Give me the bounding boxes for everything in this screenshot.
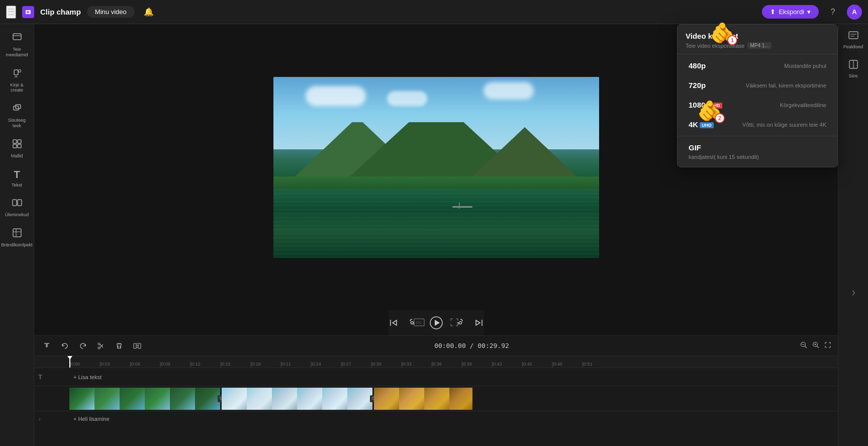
quality-gif-item[interactable]: GIF kandjatest( kuni 15 sekundit) [681, 138, 834, 166]
quality-4k-left: 4KUHD [689, 120, 714, 129]
ruler-mark-1: |0:03 [100, 362, 130, 368]
quality-720p-item[interactable]: 720p Väiksem fail, kiirem eksportimine [681, 76, 834, 95]
video-segment-3[interactable] [374, 388, 472, 410]
video-segment-2[interactable] [222, 388, 372, 410]
audio-track-label: ♪ [34, 416, 69, 422]
quality-480p-item[interactable]: 480p Mustandite puhul [681, 56, 834, 75]
ruler-mark-5: |0:15 [220, 362, 250, 368]
format-badge: MP4 1... [747, 42, 771, 49]
expand-timeline-button[interactable] [824, 341, 832, 350]
ruler-mark-0: |0:00 [69, 362, 100, 368]
magnet-tool-button[interactable] [40, 339, 53, 352]
quality-gif-label: GIF [689, 143, 701, 152]
dropdown-subtitle-text: Teie video ekspordikase [686, 43, 744, 49]
avatar[interactable]: A [847, 5, 862, 20]
add-audio-button[interactable]: + Heli lisamine [73, 416, 110, 422]
transitions-icon [12, 198, 22, 210]
redo-button[interactable] [76, 339, 89, 352]
svg-rect-12 [13, 200, 17, 206]
app-title: Clip champ [40, 8, 81, 16]
thumb-6 [195, 388, 220, 410]
thumb-11 [322, 388, 347, 410]
sidebar-item-templates[interactable]: Mallid [2, 135, 32, 163]
project-name[interactable]: Minu video [87, 6, 135, 18]
skip-forward-button[interactable] [474, 318, 484, 328]
sidebar-item-transitions-label: Üleminekud [5, 212, 29, 218]
video-track-row: ⧉ ⧉ [34, 386, 838, 411]
ruler-mark-10: |0:30 [371, 362, 401, 368]
skip-back-button[interactable] [389, 318, 399, 328]
text-icon: T [14, 169, 20, 181]
sidebar-item-record[interactable]: Kirje & create [2, 64, 32, 98]
sidebar-item-text[interactable]: T Tekst [2, 165, 32, 192]
video-segment-1[interactable] [69, 388, 220, 410]
sidebar-item-brand[interactable]: Brändikomlpekt [2, 224, 32, 252]
help-button[interactable]: ? [825, 4, 841, 20]
app-logo [22, 6, 34, 18]
quality-1080p-label: 1080pHD [689, 101, 722, 109]
right-sidebar-collapse-button[interactable]: ❯ [848, 285, 858, 300]
quality-720p-left: 720p [689, 81, 706, 90]
timeline-zoom-controls [800, 341, 832, 350]
right-sidebar-item-captions[interactable]: Pealdised [840, 28, 866, 52]
svg-point-21 [98, 347, 100, 349]
svg-rect-4 [14, 70, 18, 75]
svg-rect-24 [138, 343, 141, 348]
split-button[interactable] [131, 339, 144, 352]
thumb-7 [222, 388, 247, 410]
quality-1080p-item[interactable]: 1080pHD Kõrgekvaliteediline [681, 96, 834, 114]
ruler-mark-2: |0:06 [130, 362, 160, 368]
cut-button[interactable] [94, 339, 108, 352]
svg-marker-19 [435, 320, 440, 326]
cc-button[interactable]: CC [414, 318, 425, 328]
thumb-3 [120, 388, 145, 410]
add-text-label: + Lisa tekst [73, 374, 102, 380]
notification-icon-button[interactable]: 🔔 [141, 4, 157, 20]
undo-button[interactable] [58, 339, 71, 352]
ruler-mark-9: |0:27 [341, 362, 371, 368]
export-dropdown: Video kvaliteet Teie video ekspordikase … [677, 24, 838, 167]
sidebar-item-content[interactable]: Sisuteeg teek [2, 99, 32, 133]
svg-rect-13 [18, 200, 22, 206]
svg-rect-3 [13, 34, 21, 40]
export-button[interactable]: ⬆ Ekspordi ▾ [762, 5, 819, 19]
ruler-mark-12: |0:36 [431, 362, 461, 368]
export-arrow-icon: ▾ [807, 8, 811, 16]
media-icon [12, 32, 22, 45]
playhead-triangle [67, 356, 72, 360]
thumb-15 [424, 388, 449, 410]
hamburger-menu-button[interactable]: ☰ [6, 6, 16, 19]
right-sidebar-item-trim[interactable]: Siire [840, 56, 866, 81]
sidebar-item-media-label: Teie meediamid [4, 47, 30, 58]
ruler-mark-4: |0:12 [190, 362, 220, 368]
playhead [69, 356, 70, 368]
fullscreen-button[interactable] [450, 318, 459, 328]
uhd-badge: UHD [700, 122, 714, 128]
right-sidebar: Pealdised Siire ❯ [838, 24, 868, 446]
sidebar-item-transitions[interactable]: Üleminekud [2, 194, 32, 222]
ruler-mark-3: |0:09 [160, 362, 190, 368]
zoom-out-button[interactable] [800, 341, 808, 350]
thumb-10 [297, 388, 322, 410]
timeline-toolbar: 00:00.00 / 00:29.92 [34, 336, 838, 356]
sidebar-item-content-label: Sisuteeg teek [4, 118, 30, 129]
svg-rect-14 [13, 229, 21, 237]
upload-icon: ⬆ [770, 8, 776, 16]
thumb-4 [145, 388, 170, 410]
delete-button[interactable] [113, 339, 126, 352]
svg-rect-6 [14, 106, 19, 110]
zoom-in-button[interactable] [812, 341, 820, 350]
add-text-button[interactable]: + Lisa tekst [73, 374, 102, 380]
timeline-tracks: T + Lisa tekst [34, 368, 838, 446]
sidebar-item-media[interactable]: Teie meediamid [2, 28, 32, 62]
quality-4k-item[interactable]: 4KUHD Võtti, mis on kõige suurem teie 4K [681, 115, 834, 134]
sidebar-item-brand-label: Brändikomlpekt [1, 242, 32, 248]
captions-label: Pealdised [843, 44, 863, 49]
svg-rect-27 [849, 32, 858, 39]
templates-icon [12, 139, 22, 151]
svg-rect-9 [18, 140, 21, 143]
play-button[interactable] [430, 316, 443, 329]
quality-480p-label: 480p [689, 61, 706, 70]
content-icon [12, 103, 22, 116]
dropdown-divider-top [678, 54, 837, 54]
